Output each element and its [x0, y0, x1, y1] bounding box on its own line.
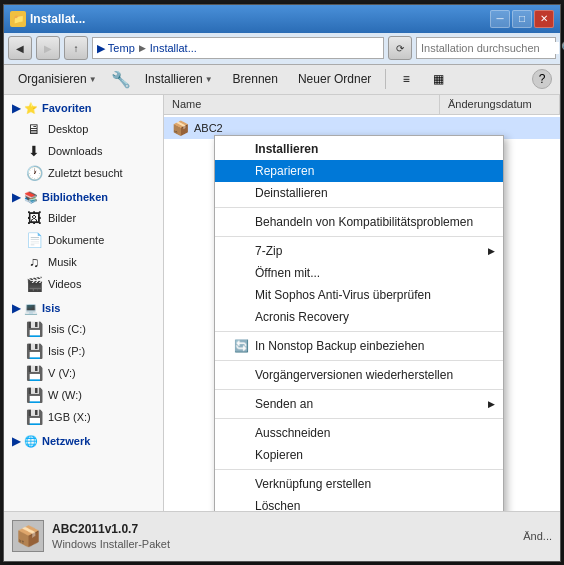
cm-7zip[interactable]: 7-Zip [215, 240, 503, 262]
cm-acronis[interactable]: Acronis Recovery [215, 306, 503, 328]
musik-icon: ♫ [26, 254, 42, 270]
path-root: ▶ Temp [97, 42, 135, 55]
drives-header[interactable]: ▶ 💻 Isis [4, 299, 163, 318]
drive-v-icon: 💾 [26, 365, 42, 381]
sidebar-item-w[interactable]: 💾 W (W:) [4, 384, 163, 406]
videos-label: Videos [48, 278, 81, 290]
favorites-header[interactable]: ▶ ⭐ Favoriten [4, 99, 163, 118]
context-menu: Installieren Reparieren Deinstallieren [214, 135, 504, 511]
filelist-body: 📦 ABC2 Installieren Reparieren [164, 115, 560, 511]
sidebar-item-p[interactable]: 💾 Isis (P:) [4, 340, 163, 362]
cm-cut[interactable]: Ausschneiden [215, 422, 503, 444]
burn-label: Brennen [233, 72, 278, 86]
minimize-button[interactable]: ─ [490, 10, 510, 28]
toolbar-icon-organise: 🔧 [111, 70, 131, 89]
sidebar-item-desktop[interactable]: 🖥 Desktop [4, 118, 163, 140]
cm-sep-5 [215, 389, 503, 390]
videos-icon: 🎬 [26, 276, 42, 292]
cm-copy[interactable]: Kopieren [215, 444, 503, 466]
maximize-button[interactable]: □ [512, 10, 532, 28]
col-name[interactable]: Name [164, 95, 440, 114]
cm-shortcut[interactable]: Verknüpfung erstellen [215, 473, 503, 495]
cm-sep-6 [215, 418, 503, 419]
sidebar-item-dokumente[interactable]: 📄 Dokumente [4, 229, 163, 251]
cm-uninstall[interactable]: Deinstallieren [215, 182, 503, 204]
status-filetype: Windows Installer-Paket [52, 538, 170, 550]
forward-button[interactable]: ▶ [36, 36, 60, 60]
sidebar-item-downloads[interactable]: ⬇ Downloads [4, 140, 163, 162]
new-folder-label: Neuer Ordner [298, 72, 371, 86]
drive-p-label: Isis (P:) [48, 345, 85, 357]
cm-sep-7 [215, 469, 503, 470]
install-button[interactable]: Installieren ▼ [139, 69, 219, 89]
sidebar-item-musik[interactable]: ♫ Musik [4, 251, 163, 273]
help-icon: ? [539, 72, 546, 86]
burn-button[interactable]: Brennen [227, 69, 284, 89]
new-folder-button[interactable]: Neuer Ordner [292, 69, 377, 89]
musik-label: Musik [48, 256, 77, 268]
close-button[interactable]: ✕ [534, 10, 554, 28]
refresh-button[interactable]: ⟳ [388, 36, 412, 60]
sidebar-item-bilder[interactable]: 🖼 Bilder [4, 207, 163, 229]
drive-c-icon: 💾 [26, 321, 42, 337]
favorites-arrow: ▶ [12, 102, 20, 115]
drives-label: Isis [42, 302, 60, 314]
preview-icon-button[interactable]: ▦ [426, 67, 450, 91]
help-icon-button[interactable]: ? [532, 69, 552, 89]
dokumente-icon: 📄 [26, 232, 42, 248]
sidebar-item-x[interactable]: 💾 1GB (X:) [4, 406, 163, 428]
cm-repair[interactable]: Reparieren [215, 160, 503, 182]
drive-w-label: W (W:) [48, 389, 82, 401]
back-button[interactable]: ◀ [8, 36, 32, 60]
cm-install[interactable]: Installieren [215, 138, 503, 160]
up-button[interactable]: ↑ [64, 36, 88, 60]
titlebar-left: 📁 Installat... [10, 11, 85, 27]
cm-open-with[interactable]: Öffnen mit... [215, 262, 503, 284]
bilder-icon: 🖼 [26, 210, 42, 226]
drive-x-label: 1GB (X:) [48, 411, 91, 423]
window-icon: 📁 [10, 11, 26, 27]
drives-section: ▶ 💻 Isis 💾 Isis (C:) 💾 Isis (P:) 💾 V (V:… [4, 299, 163, 428]
cm-sep-4 [215, 360, 503, 361]
organise-label: Organisieren [18, 72, 87, 86]
cm-backup[interactable]: 🔄 In Nonstop Backup einbeziehen [215, 335, 503, 357]
cm-sep-2 [215, 236, 503, 237]
cm-restore[interactable]: Vorgängerversionen wiederherstellen [215, 364, 503, 386]
col-date[interactable]: Änderungsdatum [440, 95, 560, 114]
dokumente-label: Dokumente [48, 234, 104, 246]
cm-send-to[interactable]: Senden an [215, 393, 503, 415]
statusbar: 📦 ABC2011v1.0.7 Windows Installer-Paket … [4, 511, 560, 561]
network-section: ▶ 🌐 Netzwerk [4, 432, 163, 451]
favorites-label: Favoriten [42, 102, 92, 114]
path-current: Installat... [150, 42, 197, 54]
libraries-icon: 📚 [24, 191, 38, 204]
cm-delete[interactable]: Löschen [215, 495, 503, 511]
favorites-section: ▶ ⭐ Favoriten 🖥 Desktop ⬇ Downloads 🕐 Zu… [4, 99, 163, 184]
titlebar: 📁 Installat... ─ □ ✕ [4, 5, 560, 33]
cm-compat[interactable]: Behandeln von Kompatibilitätsproblemen [215, 211, 503, 233]
addressbar: ◀ ▶ ↑ ▶ Temp ▶ Installat... ⟳ 🔍 [4, 33, 560, 65]
libraries-header[interactable]: ▶ 📚 Bibliotheken [4, 188, 163, 207]
network-icon: 🌐 [24, 435, 38, 448]
sidebar-item-videos[interactable]: 🎬 Videos [4, 273, 163, 295]
file-name: ABC2 [194, 122, 426, 134]
sidebar-item-recent[interactable]: 🕐 Zuletzt besucht [4, 162, 163, 184]
view-icon-button[interactable]: ≡ [394, 67, 418, 91]
search-input[interactable] [421, 42, 559, 54]
search-box[interactable]: 🔍 [416, 37, 556, 59]
cm-sep-1 [215, 207, 503, 208]
cm-sophos[interactable]: Mit Sophos Anti-Virus überprüfen [215, 284, 503, 306]
path-separator: ▶ [139, 43, 146, 53]
organise-button[interactable]: Organisieren ▼ [12, 69, 103, 89]
network-header[interactable]: ▶ 🌐 Netzwerk [4, 432, 163, 451]
address-path[interactable]: ▶ Temp ▶ Installat... [92, 37, 384, 59]
cm-sep-3 [215, 331, 503, 332]
downloads-icon: ⬇ [26, 143, 42, 159]
filelist-header: Name Änderungsdatum [164, 95, 560, 115]
network-label: Netzwerk [42, 435, 90, 447]
toolbar: Organisieren ▼ 🔧 Installieren ▼ Brennen … [4, 65, 560, 95]
desktop-label: Desktop [48, 123, 88, 135]
status-date: Änd... [523, 530, 552, 542]
sidebar-item-c[interactable]: 💾 Isis (C:) [4, 318, 163, 340]
sidebar-item-v[interactable]: 💾 V (V:) [4, 362, 163, 384]
